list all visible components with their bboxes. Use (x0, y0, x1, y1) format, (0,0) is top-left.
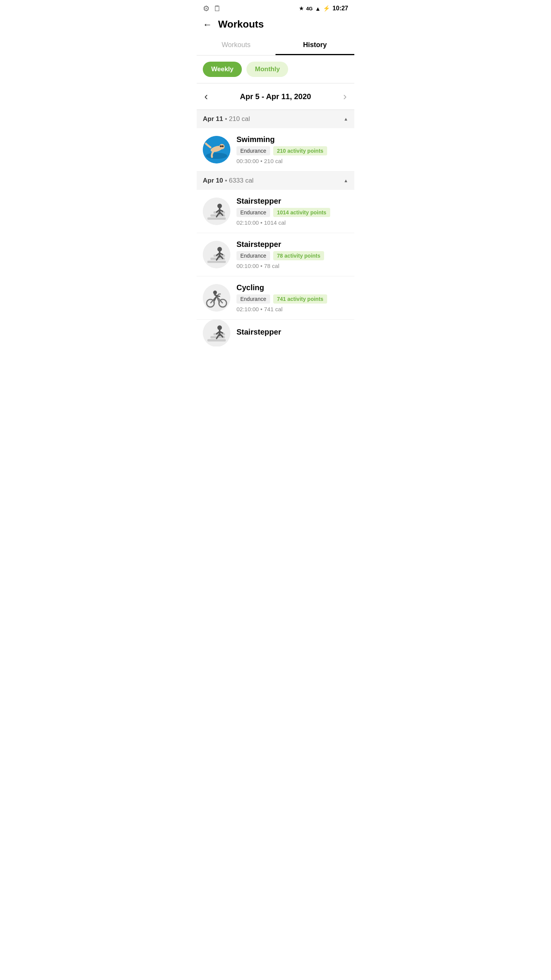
day-header-text-apr10: Apr 10 • 6333 cal (203, 177, 254, 185)
tag-points-stairstepper2: 78 activity points (273, 251, 324, 260)
workout-name-cycling: Cycling (236, 283, 348, 292)
svg-rect-21 (207, 339, 226, 341)
next-date-button[interactable]: › (343, 90, 347, 103)
workout-info-stairstepper2: Stairstepper Endurance 78 activity point… (236, 240, 348, 269)
collapse-icon-apr10: ▲ (344, 178, 348, 183)
workout-name-stairstepper2: Stairstepper (236, 240, 348, 249)
workout-avatar-stairstepper2 (203, 241, 230, 268)
workout-meta-swimming: 00:30:00 • 210 cal (236, 158, 348, 164)
svg-point-1 (206, 153, 227, 159)
svg-rect-12 (207, 261, 226, 263)
back-button[interactable]: ← (203, 19, 212, 30)
workout-avatar-cycling (203, 284, 230, 312)
tab-history[interactable]: History (276, 35, 354, 55)
workout-item-cycling[interactable]: Cycling Endurance 741 activity points 02… (197, 276, 354, 320)
filter-monthly-button[interactable]: Monthly (246, 62, 288, 77)
tag-endurance-swimming: Endurance (236, 146, 270, 155)
bluetooth-icon: ★ (299, 5, 304, 12)
workout-info-cycling: Cycling Endurance 741 activity points 02… (236, 283, 348, 312)
workout-avatar-stairstepper3 (203, 320, 230, 346)
filter-weekly-button[interactable]: Weekly (203, 62, 242, 77)
workout-avatar-stairstepper1 (203, 198, 230, 225)
tag-points-stairstepper1: 1014 activity points (273, 208, 330, 217)
tab-bar: Workouts History (197, 35, 354, 56)
status-right-icons: ★ 4G ▲ ⚡ 10:27 (299, 5, 348, 12)
workout-name-stairstepper1: Stairstepper (236, 197, 348, 206)
workout-info-swimming: Swimming Endurance 210 activity points 0… (236, 135, 348, 164)
clipboard-icon: 🗒 (214, 4, 221, 13)
page-title: Workouts (218, 18, 264, 30)
workout-item-stairstepper2[interactable]: Stairstepper Endurance 78 activity point… (197, 233, 354, 276)
workout-item-stairstepper3[interactable]: Stairstepper (197, 320, 354, 346)
workout-avatar-swimming (203, 136, 230, 163)
workout-item-stairstepper1[interactable]: Stairstepper Endurance 1014 activity poi… (197, 190, 354, 233)
workout-info-stairstepper3: Stairstepper (236, 328, 348, 339)
tag-points-swimming: 210 activity points (273, 146, 327, 155)
day-header-apr10[interactable]: Apr 10 • 6333 cal ▲ (197, 172, 354, 190)
signal-icon: ▲ (315, 5, 321, 12)
tab-workouts[interactable]: Workouts (197, 35, 276, 55)
day-header-text-apr11: Apr 11 • 210 cal (203, 115, 250, 123)
svg-point-4 (222, 145, 224, 147)
battery-icon: ⚡ (323, 5, 330, 12)
tag-endurance-stairstepper1: Endurance (236, 208, 270, 217)
status-bar: ⚙ 🗒 ★ 4G ▲ ⚡ 10:27 (197, 0, 354, 15)
workout-info-stairstepper1: Stairstepper Endurance 1014 activity poi… (236, 197, 348, 226)
prev-date-button[interactable]: ‹ (204, 90, 208, 103)
gear-icon: ⚙ (203, 4, 210, 13)
date-range-label: Apr 5 - Apr 11, 2020 (240, 92, 311, 101)
status-left-icons: ⚙ 🗒 (203, 4, 221, 13)
workout-tags-stairstepper1: Endurance 1014 activity points (236, 208, 348, 217)
workout-tags-swimming: Endurance 210 activity points (236, 146, 348, 155)
svg-point-5 (220, 145, 222, 147)
tag-endurance-cycling: Endurance (236, 294, 270, 304)
workout-tags-cycling: Endurance 741 activity points (236, 294, 348, 304)
workout-name-swimming: Swimming (236, 135, 348, 144)
workout-meta-stairstepper2: 00:10:00 • 78 cal (236, 263, 348, 269)
workout-meta-stairstepper1: 02:10:00 • 1014 cal (236, 219, 348, 226)
tag-endurance-stairstepper2: Endurance (236, 251, 270, 260)
day-header-apr11[interactable]: Apr 11 • 210 cal ▲ (197, 110, 354, 128)
workout-item-swimming[interactable]: Swimming Endurance 210 activity points 0… (197, 128, 354, 172)
date-navigation: ‹ Apr 5 - Apr 11, 2020 › (197, 83, 354, 110)
svg-rect-7 (207, 217, 226, 220)
collapse-icon-apr11: ▲ (344, 116, 348, 122)
svg-point-16 (203, 284, 230, 312)
time-display: 10:27 (333, 5, 348, 12)
workout-tags-stairstepper2: Endurance 78 activity points (236, 251, 348, 260)
network-icon: 4G (306, 6, 313, 11)
workout-meta-cycling: 02:10:00 • 741 cal (236, 306, 348, 312)
workout-name-stairstepper3: Stairstepper (236, 328, 348, 336)
filter-row: Weekly Monthly (197, 56, 354, 83)
svg-point-19 (213, 291, 217, 294)
tag-points-cycling: 741 activity points (273, 294, 327, 304)
page-header: ← Workouts (197, 15, 354, 35)
